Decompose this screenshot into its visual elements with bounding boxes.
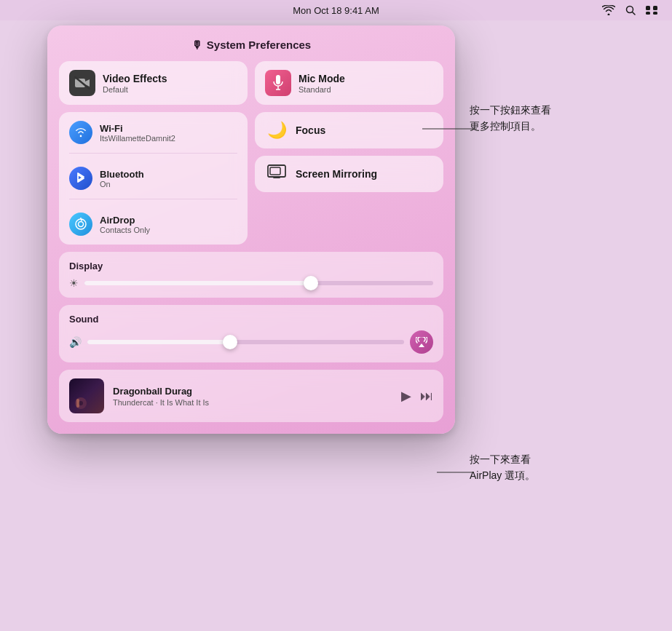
play-button[interactable]: ▶ [401,388,411,404]
airdrop-circle-icon [69,213,92,236]
display-slider-track[interactable] [84,281,433,285]
bluetooth-circle-icon [69,167,92,190]
airplay-button[interactable] [410,330,433,354]
focus-tile[interactable]: 🌙 Focus [255,112,443,148]
svg-rect-10 [276,75,280,84]
bottom-annotation-arrow [437,471,477,474]
display-slider-fill [84,281,311,285]
now-playing-text: Dragonball Durag Thundercat · It Is What… [113,386,392,407]
network-tiles-row: Wi-Fi ItsWillametteDamnit2 Bluetooth On [59,112,443,245]
panel-title-icon: 🎙 [191,39,202,51]
wifi-circle-icon [69,121,92,144]
bluetooth-row[interactable]: Bluetooth On [69,167,237,190]
sound-label: Sound [69,314,433,325]
wifi-text: Wi-Fi ItsWillametteDamnit2 [100,123,175,143]
control-center-icon[interactable] [646,6,657,15]
mic-icon [273,75,283,91]
wifi-row[interactable]: Wi-Fi ItsWillametteDamnit2 [69,121,237,144]
display-slider-row: ☀ [69,277,433,289]
sound-slider-track[interactable] [87,340,404,344]
svg-rect-17 [270,167,280,175]
mic-mode-tile[interactable]: Mic Mode Standard [255,61,443,105]
mic-mode-text: Mic Mode Standard [299,73,345,94]
top-annotation: 按一下按鈕來查看 更多控制項目。 [470,102,551,135]
menubar-datetime: Mon Oct 18 9:41 AM [293,5,379,16]
bottom-annotation: 按一下來查看 AirPlay 選項。 [470,451,535,484]
video-effects-icon-box [69,70,95,96]
search-icon[interactable] [625,5,636,15]
network-tile: Wi-Fi ItsWillametteDamnit2 Bluetooth On [59,112,248,245]
wifi-icon[interactable] [602,5,615,15]
right-tiles: 🌙 Focus Screen Mirroring [255,112,443,245]
control-center-panel: 🎙 System Preferences Video Effects Defau… [47,25,455,434]
svg-rect-5 [653,12,657,15]
divider2 [69,199,237,199]
now-playing-subtitle: Thundercat · It Is What It Is [113,398,392,407]
album-art-inner [69,378,104,413]
airdrop-text: AirDrop Contacts Only [100,215,150,234]
display-label: Display [69,261,433,271]
forward-button[interactable]: ⏭ [420,389,433,404]
sound-slider-fill [87,340,230,344]
display-section: Display ☀ [59,252,443,298]
focus-text: Focus [296,124,325,136]
airdrop-row[interactable]: AirDrop Contacts Only [69,213,237,236]
now-playing-title: Dragonball Durag [113,386,392,397]
svg-rect-21 [76,399,79,408]
now-playing-section: Dragonball Durag Thundercat · It Is What… [59,370,443,422]
menubar-icons [602,5,657,15]
menubar: Mon Oct 18 9:41 AM [0,0,672,20]
sound-slider-row: 🔊 [69,330,433,354]
svg-rect-4 [646,12,650,15]
svg-point-14 [79,222,84,227]
video-effects-tile[interactable]: Video Effects Default [59,61,248,105]
screen-mirroring-tile[interactable]: Screen Mirroring [255,156,443,192]
sound-section: Sound 🔊 [59,305,443,362]
brightness-icon: ☀ [69,277,79,289]
bluetooth-text: Bluetooth On [100,169,144,188]
album-art [69,378,104,413]
volume-icon: 🔊 [69,336,82,348]
sound-slider-thumb[interactable] [223,335,237,349]
video-effects-text: Video Effects Default [103,73,167,94]
panel-title: 🎙 System Preferences [59,39,443,51]
svg-line-1 [633,12,636,15]
display-slider-thumb[interactable] [304,276,318,290]
svg-rect-2 [646,6,650,10]
top-tiles-row: Video Effects Default Mic Mode Standard [59,61,443,105]
screen-mirroring-text: Screen Mirroring [296,168,377,180]
divider1 [69,153,237,154]
camera-off-icon [74,76,90,90]
mic-icon-box [265,70,291,96]
playback-controls: ▶ ⏭ [401,388,433,404]
screen-mirroring-icon [265,164,288,183]
svg-rect-3 [653,6,657,10]
top-annotation-arrow [422,127,481,130]
focus-icon: 🌙 [265,121,288,140]
